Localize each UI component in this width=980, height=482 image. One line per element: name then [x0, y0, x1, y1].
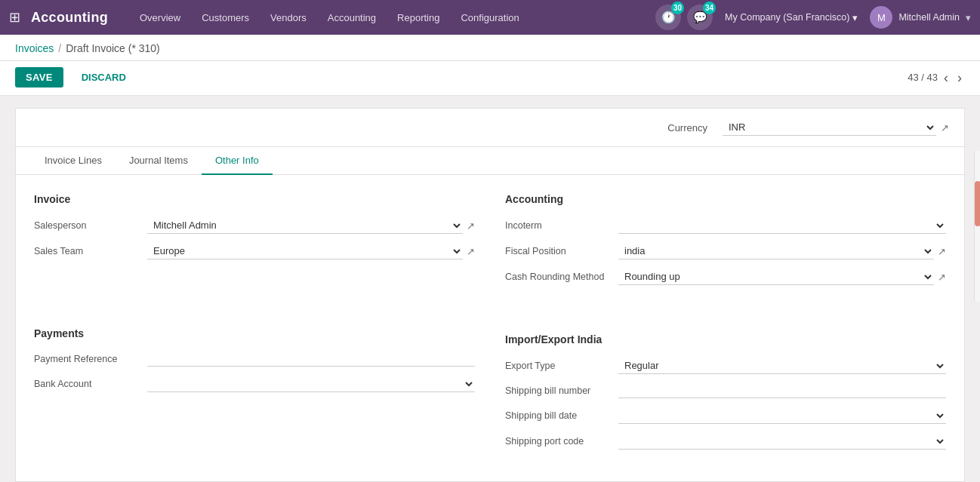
top-right-actions: 🕐 30 💬 34 My Company (San Francisco) ▾ M… — [655, 5, 971, 30]
payment-reference-label: Payment Reference — [34, 354, 140, 364]
salesperson-external-link-icon[interactable]: ↗ — [467, 220, 475, 232]
shipping-bill-date-row: Shipping bill date — [505, 407, 946, 424]
invoice-section-title: Invoice — [34, 193, 475, 205]
shipping-bill-number-label: Shipping bill number — [505, 385, 611, 396]
currency-select[interactable]: INR — [723, 119, 936, 136]
export-type-field: Regular — [618, 358, 946, 374]
menu-vendors[interactable]: Vendors — [261, 9, 316, 26]
cash-rounding-row: Cash Rounding Method Rounding up ↗ — [505, 269, 946, 285]
user-name[interactable]: Mitchell Admin — [898, 12, 960, 23]
sales-team-row: Sales Team Europe ↗ — [34, 243, 475, 259]
cash-rounding-label: Cash Rounding Method — [505, 272, 611, 282]
pagination-nav: 43 / 43 ‹ › — [908, 71, 965, 84]
company-selector[interactable]: My Company (San Francisco) ▾ — [719, 9, 864, 26]
menu-reporting[interactable]: Reporting — [388, 9, 448, 26]
shipping-bill-date-label: Shipping bill date — [505, 410, 611, 421]
sales-team-field: Europe ↗ — [147, 243, 475, 259]
chat-badge-button[interactable]: 💬 34 — [687, 5, 713, 30]
currency-label: Currency — [667, 122, 707, 134]
company-name: My Company (San Francisco) — [725, 12, 849, 23]
breadcrumb-separator: / — [58, 42, 61, 54]
fiscal-position-row: Fiscal Position india ↗ — [505, 243, 946, 259]
fiscal-position-external-link-icon[interactable]: ↗ — [938, 246, 946, 257]
left-column: Invoice Salesperson Mitchell Admin ↗ Sal… — [34, 193, 475, 459]
scrollbar[interactable] — [974, 151, 980, 302]
payment-reference-row: Payment Reference — [34, 352, 475, 367]
menu-overview[interactable]: Overview — [131, 9, 190, 26]
cash-rounding-select[interactable]: Rounding up — [618, 269, 934, 285]
tab-other-info[interactable]: Other Info — [202, 147, 273, 175]
user-avatar[interactable]: M — [870, 6, 892, 29]
right-column: Accounting Incoterm Fiscal Position indi… — [505, 193, 946, 459]
main-menu: Overview Customers Vendors Accounting Re… — [131, 9, 655, 26]
next-record-button[interactable]: › — [954, 71, 965, 84]
tab-invoice-lines[interactable]: Invoice Lines — [31, 147, 116, 175]
export-type-select[interactable]: Regular — [618, 358, 946, 374]
cash-rounding-field: Rounding up ↗ — [618, 269, 946, 285]
menu-accounting[interactable]: Accounting — [319, 9, 385, 26]
tab-bar: Invoice Lines Journal Items Other Info — [15, 146, 965, 175]
fiscal-position-label: Fiscal Position — [505, 246, 611, 256]
sales-team-select[interactable]: Europe — [147, 243, 463, 259]
todo-count: 30 — [671, 2, 684, 14]
shipping-bill-date-field — [618, 407, 946, 424]
todo-badge-button[interactable]: 🕐 30 — [655, 5, 681, 30]
sales-team-external-link-icon[interactable]: ↗ — [467, 246, 475, 257]
bank-account-row: Bank Account — [34, 376, 475, 392]
menu-configuration[interactable]: Configuration — [451, 9, 528, 26]
bank-account-select[interactable] — [147, 376, 475, 392]
salesperson-label: Salesperson — [34, 220, 140, 231]
accounting-section-title: Accounting — [505, 193, 946, 205]
cash-rounding-external-link-icon[interactable]: ↗ — [938, 272, 946, 283]
app-brand: Accounting — [31, 10, 108, 26]
export-type-row: Export Type Regular — [505, 358, 946, 374]
export-type-label: Export Type — [505, 361, 611, 371]
scrollbar-thumb[interactable] — [975, 181, 980, 226]
import-export-section-title: Import/Export India — [505, 333, 946, 345]
salesperson-select[interactable]: Mitchell Admin — [147, 217, 463, 234]
shipping-port-code-field — [618, 433, 946, 450]
sales-team-label: Sales Team — [34, 246, 140, 256]
chat-count: 34 — [703, 2, 716, 14]
breadcrumb-invoices-link[interactable]: Invoices — [15, 42, 54, 54]
salesperson-field: Mitchell Admin ↗ — [147, 217, 475, 234]
currency-bar: Currency INR ↗ — [15, 108, 965, 146]
incoterm-label: Incoterm — [505, 220, 611, 231]
incoterm-field — [618, 217, 946, 234]
shipping-bill-number-row: Shipping bill number — [505, 383, 946, 398]
incoterm-row: Incoterm — [505, 217, 946, 234]
shipping-bill-number-field — [618, 383, 946, 398]
currency-external-link-icon[interactable]: ↗ — [941, 122, 949, 134]
shipping-bill-date-select[interactable] — [618, 407, 946, 424]
payment-reference-input[interactable] — [147, 352, 475, 367]
currency-field-wrapper: INR ↗ — [723, 119, 949, 136]
action-bar: SAVE DISCARD 43 / 43 ‹ › — [0, 61, 980, 96]
bank-account-label: Bank Account — [34, 379, 140, 389]
grid-icon[interactable]: ⊞ — [9, 9, 20, 26]
discard-button[interactable]: DISCARD — [71, 67, 137, 87]
main-content: Currency INR ↗ Invoice Lines Journal Ite… — [0, 96, 980, 482]
breadcrumb: Invoices / Draft Invoice (* 310) — [15, 42, 965, 54]
chevron-down-icon: ▾ — [852, 12, 858, 23]
tab-journal-items[interactable]: Journal Items — [116, 147, 202, 175]
two-column-layout: Invoice Salesperson Mitchell Admin ↗ Sal… — [34, 193, 946, 459]
save-button[interactable]: SAVE — [15, 67, 63, 87]
menu-customers[interactable]: Customers — [193, 9, 258, 26]
breadcrumb-bar: Invoices / Draft Invoice (* 310) — [0, 35, 980, 61]
shipping-port-code-row: Shipping port code — [505, 433, 946, 450]
incoterm-select[interactable] — [618, 217, 946, 234]
fiscal-position-field: india ↗ — [618, 243, 946, 259]
shipping-port-code-label: Shipping port code — [505, 436, 611, 447]
user-chevron-icon: ▾ — [966, 12, 971, 23]
bank-account-field — [147, 376, 475, 392]
shipping-bill-number-input[interactable] — [618, 383, 946, 398]
payment-reference-field — [147, 352, 475, 367]
breadcrumb-current-page: Draft Invoice (* 310) — [66, 42, 160, 54]
fiscal-position-select[interactable]: india — [618, 243, 934, 259]
form-panel: Invoice Salesperson Mitchell Admin ↗ Sal… — [15, 175, 965, 482]
top-navigation: ⊞ Accounting Overview Customers Vendors … — [0, 0, 980, 35]
prev-record-button[interactable]: ‹ — [941, 71, 951, 84]
salesperson-row: Salesperson Mitchell Admin ↗ — [34, 217, 475, 234]
shipping-port-code-select[interactable] — [618, 433, 946, 450]
payments-section-title: Payments — [34, 327, 475, 339]
